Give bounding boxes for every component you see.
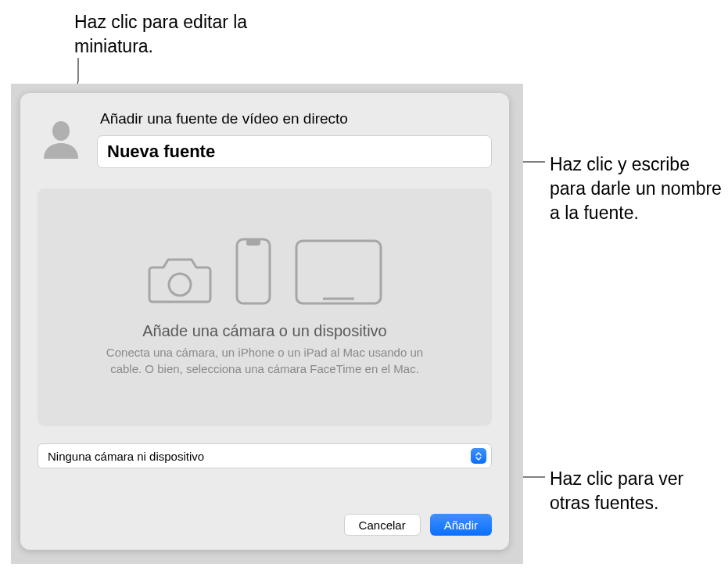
dialog-title: Añadir una fuente de vídeo en directo [100, 110, 492, 127]
source-name-input[interactable] [97, 135, 492, 168]
preview-panel: Añade una cámara o un dispositivo Conect… [38, 188, 492, 426]
svg-rect-3 [296, 241, 381, 303]
svg-rect-2 [246, 239, 260, 246]
dialog-button-row: Cancelar Añadir [344, 514, 492, 536]
thumbnail-avatar[interactable] [38, 117, 84, 163]
preview-subtext: Conecta una cámara, un iPhone o un iPad … [93, 345, 437, 377]
add-button[interactable]: Añadir [430, 514, 492, 536]
updown-caret-icon [471, 448, 486, 464]
device-icons-group [148, 238, 382, 305]
add-live-video-source-dialog: Añadir una fuente de vídeo en directo [20, 93, 509, 550]
dialog-header-row: Añadir una fuente de vídeo en directo [38, 106, 492, 168]
person-silhouette-icon [38, 117, 84, 163]
svg-rect-1 [237, 239, 270, 303]
camera-device-dropdown[interactable]: Ninguna cámara ni dispositivo [38, 443, 492, 468]
tablet-icon [295, 239, 382, 305]
camera-icon [148, 255, 212, 305]
phone-icon [235, 238, 271, 305]
callout-edit-thumbnail: Haz clic para editar la miniatura. [74, 10, 293, 59]
dropdown-value-label: Ninguna cámara ni dispositivo [48, 450, 204, 463]
callout-name-source: Haz clic y escribe para darle un nombre … [550, 152, 722, 225]
dialog-header-stack: Añadir una fuente de vídeo en directo [97, 110, 492, 168]
callout-other-sources: Haz clic para ver otras fuentes. [550, 467, 722, 515]
preview-heading: Añade una cámara o un dispositivo [142, 322, 386, 340]
svg-point-0 [169, 274, 191, 296]
dialog-frame: Añadir una fuente de vídeo en directo [11, 84, 523, 564]
cancel-button[interactable]: Cancelar [344, 514, 421, 536]
